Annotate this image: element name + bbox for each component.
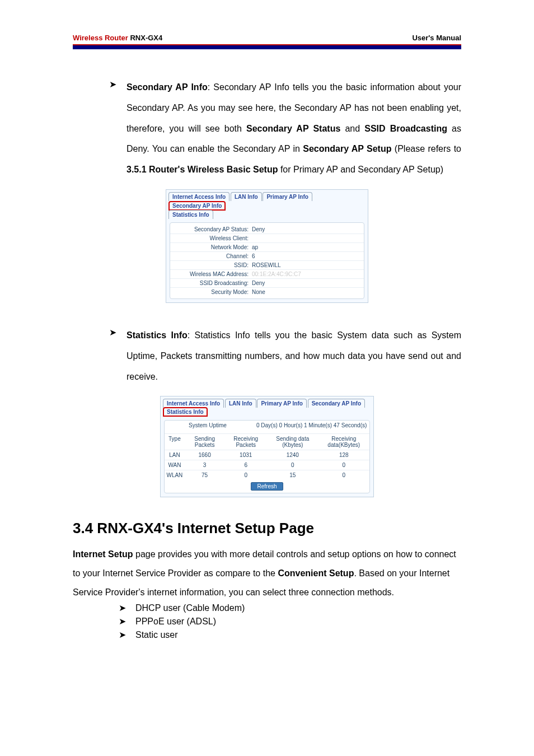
- statistics-info-paragraph: Statistics Info: Statistics Info tells y…: [127, 325, 461, 387]
- list-item: PPPoE user (ADSL): [135, 615, 216, 628]
- uptime-label: System Uptime: [165, 422, 251, 429]
- refresh-button[interactable]: Refresh: [251, 482, 283, 491]
- bullet-arrow-icon: ➤: [109, 327, 116, 338]
- tab-lan-info[interactable]: LAN Info: [231, 192, 262, 201]
- bullet-arrow-icon: ➤: [109, 79, 116, 90]
- tab-secondary-ap[interactable]: Secondary AP Info: [168, 201, 226, 211]
- list-item: Static user: [135, 628, 178, 642]
- secondary-ap-screenshot: Internet Access Info LAN Info Primary AP…: [166, 189, 368, 303]
- manual-label: User's Manual: [412, 34, 461, 42]
- header-divider: [73, 44, 461, 49]
- statistics-screenshot: Internet Access Info LAN Info Primary AP…: [160, 396, 374, 497]
- page-header: Wireless Router RNX-GX4 User's Manual: [73, 34, 461, 44]
- tab-internet-access[interactable]: Internet Access Info: [163, 399, 224, 408]
- connection-method-list: ➤DHCP user (Cable Modem) ➤PPPoE user (AD…: [119, 601, 461, 642]
- uptime-value: 0 Day(s) 0 Hour(s) 1 Minute(s) 47 Second…: [251, 422, 369, 429]
- section-title: 3.4 RNX-GX4's Internet Setup Page: [73, 520, 461, 537]
- secondary-ap-info-panel: Secondary AP Status:Deny Wireless Client…: [170, 222, 364, 299]
- tab-primary-ap[interactable]: Primary AP Info: [257, 399, 306, 408]
- tab-secondary-ap[interactable]: Secondary AP Info: [308, 399, 365, 408]
- table-row: WAN 3 6 0 0: [165, 460, 369, 470]
- table-row: LAN 1660 1031 1240 128: [165, 450, 369, 460]
- bullet-arrow-icon: ➤: [119, 628, 135, 642]
- model-label: RNX-GX4: [130, 34, 162, 42]
- statistics-panel: System Uptime 0 Day(s) 0 Hour(s) 1 Minut…: [164, 420, 370, 493]
- brand-label: Wireless Router: [73, 34, 128, 42]
- bullet-arrow-icon: ➤: [119, 615, 135, 628]
- tab-statistics-info[interactable]: Statistics Info: [168, 210, 213, 219]
- tab-statistics-info[interactable]: Statistics Info: [163, 407, 208, 417]
- table-row: WLAN 75 0 15 0: [165, 470, 369, 480]
- section-paragraph: Internet Setup page provides you with mo…: [73, 545, 461, 601]
- secondary-ap-paragraph: Secondary AP Info: Secondary AP Info tel…: [127, 77, 461, 180]
- bullet-arrow-icon: ➤: [119, 601, 135, 615]
- list-item: DHCP user (Cable Modem): [135, 601, 245, 615]
- tab-primary-ap[interactable]: Primary AP Info: [263, 192, 312, 201]
- tab-internet-access[interactable]: Internet Access Info: [168, 192, 229, 201]
- tab-lan-info[interactable]: LAN Info: [225, 399, 256, 408]
